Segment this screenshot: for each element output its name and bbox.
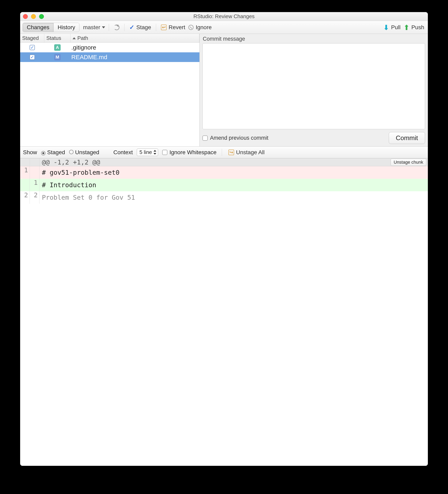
diff-control-bar: Show Staged Unstaged Context 5 line Igno… bbox=[20, 147, 428, 158]
revert-icon: ↩ bbox=[161, 25, 166, 30]
diff-line-text: # gov51-problem-set0 bbox=[39, 166, 428, 179]
ignore-whitespace-checkbox[interactable]: Ignore Whitespace bbox=[162, 149, 216, 156]
file-row[interactable]: ✓A.gitignore bbox=[20, 43, 199, 52]
arrow-down-icon: ⬇ bbox=[383, 23, 389, 31]
diff-line-text: Problem Set 0 for Gov 51 bbox=[39, 191, 428, 204]
staged-checkbox[interactable]: ✓ bbox=[30, 45, 35, 50]
refresh-button[interactable] bbox=[113, 24, 121, 31]
check-icon: ✓ bbox=[129, 24, 134, 31]
commit-bottom-row: Amend previous commit Commit bbox=[203, 132, 425, 144]
ignore-icon bbox=[188, 25, 193, 30]
commit-message-label: Commit message bbox=[203, 36, 425, 42]
toolbar: Changes History master ✓ Stage ↩ Revert … bbox=[20, 21, 428, 34]
diff-line[interactable]: 1# Introduction bbox=[20, 179, 428, 191]
push-button[interactable]: ⬆ Push bbox=[402, 23, 425, 32]
context-label: Context bbox=[114, 149, 133, 156]
commit-button[interactable]: Commit bbox=[389, 132, 425, 144]
changes-tab[interactable]: Changes bbox=[23, 23, 53, 32]
unstage-chunk-button[interactable]: Unstage chunk bbox=[391, 159, 426, 166]
file-path: .gitignore bbox=[71, 44, 199, 51]
unstage-all-button[interactable]: ↪ Unstage All bbox=[227, 148, 266, 156]
diff-line-text: # Introduction bbox=[39, 179, 428, 191]
file-list-headers: Staged Status Path bbox=[20, 34, 199, 43]
file-path: README.md bbox=[71, 54, 199, 61]
radio-on-icon bbox=[41, 151, 46, 155]
show-staged-radio[interactable]: Staged bbox=[41, 149, 65, 156]
status-badge: M bbox=[54, 54, 61, 60]
diff-line[interactable]: 1# gov51-problem-set0 bbox=[20, 166, 428, 179]
ignore-button[interactable]: Ignore bbox=[187, 23, 213, 31]
divider bbox=[124, 24, 125, 31]
file-row[interactable]: ✓MREADME.md bbox=[20, 52, 199, 62]
arrow-up-icon: ⬆ bbox=[404, 23, 409, 31]
amend-label: Amend previous commit bbox=[210, 135, 269, 141]
file-list-pane: Staged Status Path ✓A.gitignore✓MREADME.… bbox=[20, 34, 200, 146]
file-list-rows: ✓A.gitignore✓MREADME.md bbox=[20, 43, 199, 62]
header-status[interactable]: Status bbox=[44, 34, 71, 42]
sort-asc-icon bbox=[73, 37, 76, 39]
window-title: RStudio: Review Changes bbox=[20, 13, 428, 20]
review-changes-window: RStudio: Review Changes Changes History … bbox=[20, 12, 428, 466]
branch-selector[interactable]: master bbox=[83, 24, 105, 31]
header-path[interactable]: Path bbox=[71, 34, 199, 42]
pull-button[interactable]: ⬇ Pull bbox=[382, 23, 402, 32]
hunk-header-row: .. @@ -1,2 +1,2 @@ Unstage chunk bbox=[20, 158, 428, 166]
status-badge: A bbox=[54, 44, 61, 51]
divider bbox=[222, 149, 222, 156]
commit-pane: Commit message Amend previous commit Com… bbox=[200, 34, 428, 146]
titlebar: RStudio: Review Changes bbox=[20, 12, 428, 21]
diff-view: .. @@ -1,2 +1,2 @@ Unstage chunk 1# gov5… bbox=[20, 158, 428, 466]
refresh-icon bbox=[114, 25, 119, 30]
hunk-header-text: @@ -1,2 +1,2 @@ bbox=[39, 159, 391, 166]
diff-line[interactable]: 22Problem Set 0 for Gov 51 bbox=[20, 191, 428, 204]
show-label: Show bbox=[23, 149, 37, 156]
radio-off-icon bbox=[69, 150, 74, 154]
view-switcher: Changes History bbox=[23, 23, 79, 32]
show-unstaged-radio[interactable]: Unstaged bbox=[69, 149, 99, 156]
chevron-down-icon bbox=[102, 26, 105, 28]
staged-checkbox[interactable]: ✓ bbox=[30, 55, 35, 60]
header-staged[interactable]: Staged bbox=[20, 34, 44, 42]
checkbox-icon bbox=[162, 150, 167, 155]
amend-checkbox[interactable] bbox=[203, 136, 208, 141]
context-select[interactable]: 5 line bbox=[137, 148, 158, 156]
unstage-icon: ↪ bbox=[229, 149, 234, 155]
revert-button[interactable]: ↩ Revert bbox=[160, 23, 186, 31]
commit-message-input[interactable] bbox=[203, 43, 425, 129]
divider bbox=[156, 24, 156, 31]
middle-panel: Staged Status Path ✓A.gitignore✓MREADME.… bbox=[20, 34, 428, 147]
stage-button[interactable]: ✓ Stage bbox=[128, 23, 152, 32]
history-tab[interactable]: History bbox=[53, 23, 79, 32]
branch-name: master bbox=[83, 24, 100, 31]
